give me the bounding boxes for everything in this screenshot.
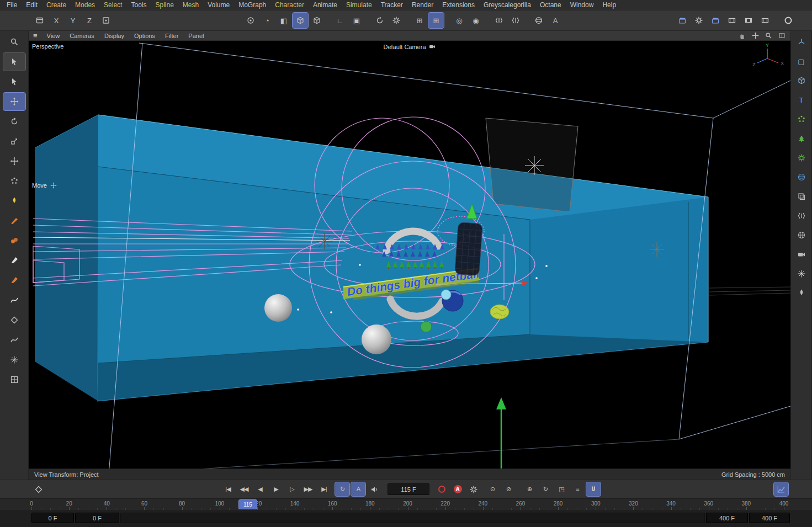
play-button[interactable]: ▶ xyxy=(269,482,283,496)
field-diamond-icon[interactable] xyxy=(3,311,25,329)
revert-icon[interactable] xyxy=(32,13,47,28)
make-editable-icon[interactable] xyxy=(243,13,258,28)
text-object-icon[interactable]: T xyxy=(794,92,809,108)
viewport[interactable]: Do things big for netball xyxy=(29,41,790,469)
timeline-ruler[interactable]: 0204060801001201401601802002202402602803… xyxy=(0,498,812,510)
menu-extensions[interactable]: Extensions xyxy=(438,1,479,9)
move-tool-icon[interactable] xyxy=(3,93,25,110)
make-preview-button[interactable] xyxy=(724,13,740,28)
scale-record-button[interactable]: ◳ xyxy=(554,482,569,496)
net-object[interactable] xyxy=(455,222,482,276)
camera-object-icon[interactable] xyxy=(794,247,809,262)
batch-render-button[interactable] xyxy=(757,13,773,28)
spline-tool-icon[interactable] xyxy=(3,291,25,309)
matrix-tool-icon[interactable] xyxy=(3,371,25,388)
cube-object-icon[interactable] xyxy=(794,73,809,88)
mirror-icon[interactable] xyxy=(491,13,507,28)
menu-tools[interactable]: Tools xyxy=(126,1,151,9)
brush-tool-icon[interactable] xyxy=(3,252,25,269)
rotation-record-button[interactable]: ↻ xyxy=(538,482,553,496)
coordinates-icon[interactable] xyxy=(794,34,809,50)
current-state-icon[interactable]: ◔ xyxy=(259,13,275,28)
move-view-icon[interactable] xyxy=(750,31,761,40)
menu-character[interactable]: Character xyxy=(270,1,309,9)
scale-tool-icon[interactable] xyxy=(3,132,25,150)
tool-settings-icon[interactable] xyxy=(389,13,404,28)
lock-y-button[interactable]: Y xyxy=(65,13,81,28)
sphere-object-icon[interactable] xyxy=(794,169,809,185)
menu-tracker[interactable]: Tracker xyxy=(376,1,407,9)
frame-mode-button[interactable]: A xyxy=(351,482,365,496)
solo-a-icon[interactable]: A xyxy=(548,13,563,28)
render-to-pv-button[interactable] xyxy=(708,13,723,28)
vp-menu-view[interactable]: View xyxy=(42,33,65,39)
vp-menu-display[interactable]: Display xyxy=(99,33,129,39)
menu-mesh[interactable]: Mesh xyxy=(178,1,203,9)
octane-button[interactable] xyxy=(781,13,796,28)
live-selection-icon[interactable] xyxy=(3,53,25,71)
goto-start-button[interactable]: |◀ xyxy=(221,482,235,496)
cluster-tool-icon[interactable] xyxy=(3,172,25,190)
layout-views-icon[interactable] xyxy=(776,31,787,40)
rotate-tool-icon[interactable] xyxy=(3,113,25,130)
menu-simulate[interactable]: Simulate xyxy=(342,1,376,9)
parameter-record-button[interactable]: ≡ xyxy=(570,482,585,496)
prev-key-button[interactable]: ◀◀ xyxy=(237,482,251,496)
zoom-view-icon[interactable] xyxy=(763,31,774,40)
small-tree-figures[interactable] xyxy=(386,261,444,269)
magnet-snap-button[interactable] xyxy=(586,482,601,496)
range-end-field[interactable]: 400 F xyxy=(749,513,790,523)
current-frame-field[interactable]: 115 F xyxy=(388,483,429,495)
set-keyframe-button[interactable] xyxy=(31,482,46,496)
workplane-button[interactable] xyxy=(98,13,114,28)
gear-object-icon[interactable] xyxy=(794,150,809,166)
preview-start-field[interactable]: 0 F xyxy=(75,513,119,523)
snap-icon[interactable]: ⊞ xyxy=(412,13,427,28)
vp-menu-cameras[interactable]: Cameras xyxy=(65,33,99,39)
transform-tool-icon[interactable] xyxy=(3,152,25,170)
render-settings-button[interactable] xyxy=(691,13,707,28)
fcurve-window-button[interactable] xyxy=(774,482,788,496)
axis-mode-icon[interactable] xyxy=(309,13,325,28)
pan-view-icon[interactable] xyxy=(736,31,747,40)
light-object-icon[interactable] xyxy=(794,266,809,281)
viewport-hamburger-icon[interactable]: ≡ xyxy=(33,31,38,40)
tweak-tool-icon[interactable] xyxy=(3,73,25,91)
solo-sphere-icon[interactable] xyxy=(531,13,546,28)
magic-tool-icon[interactable] xyxy=(3,351,25,369)
range-start-field[interactable]: 0 F xyxy=(31,513,74,523)
clay-spheres-icon[interactable] xyxy=(3,232,25,249)
tree-object-icon[interactable] xyxy=(794,131,809,146)
lock-z-button[interactable]: Z xyxy=(82,13,97,28)
menu-modes[interactable]: Modes xyxy=(71,1,99,9)
scene-box-object[interactable] xyxy=(35,115,708,401)
timeline-playhead[interactable]: 115 xyxy=(238,499,257,509)
keyframe-presets-button[interactable]: ⊘ xyxy=(501,482,516,496)
position-record-button[interactable]: ⊕ xyxy=(522,482,537,496)
save-image-button[interactable] xyxy=(741,13,756,28)
field-curve-icon[interactable] xyxy=(3,331,25,349)
mirror-settings-icon[interactable] xyxy=(508,13,523,28)
menu-edit[interactable]: Edit xyxy=(22,1,42,9)
loop-playback-button[interactable]: ↻ xyxy=(335,482,349,496)
menu-help[interactable]: Help xyxy=(598,1,620,9)
menu-select[interactable]: Select xyxy=(99,1,126,9)
menu-render[interactable]: Render xyxy=(407,1,438,9)
menu-create[interactable]: Create xyxy=(42,1,71,9)
prev-frame-button[interactable]: ◀ xyxy=(253,482,267,496)
half-cube-icon[interactable]: ◧ xyxy=(276,13,291,28)
menu-volume[interactable]: Volume xyxy=(203,1,234,9)
menu-mograph[interactable]: MoGraph xyxy=(234,1,270,9)
plane-lock-icon[interactable]: ▣ xyxy=(349,13,364,28)
symmetry-object-icon[interactable] xyxy=(794,208,809,223)
center-axis-icon[interactable]: ◎ xyxy=(452,13,467,28)
smear-tool-icon[interactable] xyxy=(3,272,25,289)
workplane-l-icon[interactable]: ∟ xyxy=(332,13,348,28)
edit-object-icon[interactable] xyxy=(794,285,809,301)
knife-tool-icon[interactable] xyxy=(3,212,25,230)
reset-psr-icon[interactable] xyxy=(372,13,388,28)
range-slider-track[interactable] xyxy=(120,513,705,523)
menu-file[interactable]: File xyxy=(2,1,22,9)
zoom-tool-icon[interactable] xyxy=(3,33,25,51)
pen-tool-icon[interactable] xyxy=(3,192,25,210)
